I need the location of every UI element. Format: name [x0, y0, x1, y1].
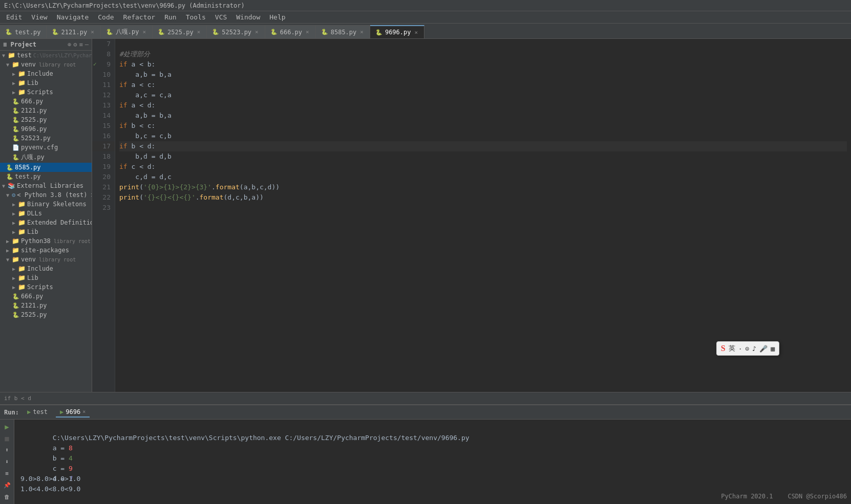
tree-item-ext-defs[interactable]: ▶ 📁 Extended Definitions	[0, 218, 92, 227]
code-line-17: if b < d:	[119, 141, 847, 151]
menu-edit[interactable]: Edit	[2, 12, 26, 22]
expand-arrow: ▶	[12, 266, 15, 272]
menu-vcs[interactable]: VCS	[211, 12, 231, 22]
run-stop-button[interactable]: ■	[2, 433, 13, 443]
var-token: b,a	[155, 111, 171, 121]
file-icon: 🐍	[12, 312, 19, 318]
tree-item-8585[interactable]: 🐍 8585.py	[0, 163, 92, 172]
expand-arrow: ▶	[12, 284, 15, 290]
tab-test-py[interactable]: 🐍 test.py	[0, 25, 47, 38]
tab-666-py[interactable]: 🐍 666.py ×	[265, 25, 316, 38]
run-wrap-button[interactable]: ≡	[2, 469, 13, 478]
tree-item-test-py[interactable]: 🐍 test.py	[0, 172, 92, 181]
run-content: ▶ ■ ⬆ ⬇ ≡ 📌 🗑 C:\Users\LZY\PycharmProjec…	[0, 420, 851, 504]
tab-close[interactable]: ×	[359, 29, 365, 35]
tree-item-666-bot[interactable]: 🐍 666.py	[0, 292, 92, 301]
tab-close[interactable]: ×	[90, 29, 95, 35]
run-scroll-top-button[interactable]: ⬆	[2, 445, 13, 455]
tab-close[interactable]: ×	[141, 29, 147, 35]
tree-item-scripts-bot[interactable]: ▶ 📁 Scripts	[0, 282, 92, 292]
punct-token: (	[139, 192, 143, 203]
tree-item-2121-bot[interactable]: 🐍 2121.py	[0, 301, 92, 310]
ime-circle[interactable]: ⊙	[746, 345, 750, 353]
run-tab-close[interactable]: ×	[82, 409, 86, 414]
tree-item-52523-top[interactable]: 🐍 52523.py	[0, 134, 92, 143]
tree-item-ext-libs[interactable]: ▼ 📚 External Libraries	[0, 181, 92, 190]
var-token: c,b	[155, 131, 171, 141]
tree-item-2121-top[interactable]: 🐍 2121.py	[0, 106, 92, 115]
code-area[interactable]: #处理部分 if a < b: a,b = b,a if a < c: a,c …	[115, 39, 851, 392]
tree-item-python38-test[interactable]: ▼ ⚙ < Python 3.8 (test) > C:\U	[0, 190, 92, 200]
ime-toolbar[interactable]: S 英 · ⊙ ♪ 🎤 ▦	[716, 341, 779, 356]
menu-refactor[interactable]: Refactor	[119, 12, 160, 22]
tree-item-baga[interactable]: 🐍 八嘎.py	[0, 152, 92, 163]
tree-item-scripts-top[interactable]: ▶ 📁 Scripts	[0, 87, 92, 97]
tree-item-test[interactable]: ▼ 📁 test C:\Users\LZY\PycharmP	[0, 51, 92, 60]
tab-2525-py[interactable]: 🐍 2525.py ×	[153, 25, 207, 38]
tree-item-include-bot[interactable]: ▶ 📁 Include	[0, 264, 92, 273]
tab-9696-py[interactable]: 🐍 9696.py ×	[370, 25, 424, 38]
code-line-12: a,c = c,a	[119, 90, 847, 100]
tree-item-lib-top[interactable]: ▶ 📁 Lib	[0, 78, 92, 87]
run-tab-test[interactable]: ▶ test	[23, 407, 52, 418]
menu-navigate[interactable]: Navigate	[53, 12, 93, 22]
tab-close[interactable]: ×	[254, 29, 260, 35]
tree-item-dlls[interactable]: ▶ 📁 DLLs	[0, 209, 92, 218]
gear-icon[interactable]: ⚙	[73, 41, 77, 48]
cfg-icon: 📄	[12, 144, 19, 151]
output-path: C:\Users\LZY\PycharmProjects\test\venv\S…	[53, 434, 470, 442]
tab-8585-py[interactable]: 🐍 8585.py ×	[316, 25, 370, 38]
ime-lang[interactable]: 英	[729, 344, 735, 353]
tab-close[interactable]: ×	[196, 29, 202, 35]
tab-52523-py[interactable]: 🐍 52523.py ×	[207, 25, 265, 38]
code-line-19: if c < d:	[119, 162, 847, 172]
ime-music[interactable]: ♪	[752, 345, 756, 353]
sync-icon[interactable]: ⊕	[68, 41, 71, 48]
menu-tools[interactable]: Tools	[182, 12, 210, 22]
expand-arrow: ▶	[12, 202, 15, 207]
tree-item-2525-bot[interactable]: 🐍 2525.py	[0, 310, 92, 319]
run-panel: Run: ▶ test ▶ 9696 × ▶ ■ ⬆ ⬇ ≡ 📌 🗑 C:\Us…	[0, 404, 851, 504]
tree-item-lib-bot[interactable]: ▶ 📁 Lib	[0, 273, 92, 282]
run-pin-button[interactable]: 📌	[2, 480, 13, 490]
file-icon: 🐍	[12, 107, 19, 114]
editor[interactable]: 7 8 ✓9 10 11 12 13 14 15 16 17 18 19 20 …	[92, 39, 851, 392]
tab-close[interactable]: ×	[305, 29, 310, 35]
run-tab-9696[interactable]: ▶ 9696 ×	[56, 407, 90, 418]
python-icon: 🐍	[321, 29, 328, 35]
tree-item-lib-py[interactable]: ▶ 📁 Lib	[0, 227, 92, 236]
ime-mic[interactable]: 🎤	[759, 345, 768, 353]
run-play-button[interactable]: ▶	[2, 422, 13, 431]
tree-item-2525-top[interactable]: 🐍 2525.py	[0, 115, 92, 124]
menu-run[interactable]: Run	[160, 12, 180, 22]
menu-window[interactable]: Window	[232, 12, 264, 22]
tree-item-binary-skel[interactable]: ▶ 📁 Binary Skeletons	[0, 200, 92, 209]
minimize-icon[interactable]: —	[85, 41, 89, 48]
folder-icon: 📁	[18, 70, 26, 77]
tree-item-venv-top[interactable]: ▼ 📁 venv library root	[0, 60, 92, 69]
tree-item-pyvenv[interactable]: 📄 pyvenv.cfg	[0, 143, 92, 152]
run-clear-button[interactable]: 🗑	[2, 492, 13, 502]
tree-item-venv-bot[interactable]: ▼ 📁 venv library root	[0, 255, 92, 264]
tab-close[interactable]: ×	[413, 29, 419, 36]
tree-item-9696-top[interactable]: 🐍 9696.py	[0, 124, 92, 134]
tab-label: 八嘎.py	[116, 28, 139, 36]
tree-item-site-packages[interactable]: ▶ 📁 site-packages	[0, 246, 92, 255]
func-token: format	[200, 192, 224, 203]
run-scroll-bot-button[interactable]: ⬇	[2, 457, 13, 467]
ime-grid[interactable]: ▦	[771, 345, 775, 353]
line-num-9: ✓9	[92, 59, 115, 70]
tree-item-include-top[interactable]: ▶ 📁 Include	[0, 69, 92, 78]
tree-item-python38-lib[interactable]: ▶ 📁 Python38 library root	[0, 236, 92, 246]
menu-view[interactable]: View	[27, 12, 51, 22]
menu-code[interactable]: Code	[94, 12, 118, 22]
line-num-19: 19	[92, 162, 115, 172]
tree-item-666-top[interactable]: 🐍 666.py	[0, 97, 92, 106]
tab-2121-py[interactable]: 🐍 2121.py ×	[47, 25, 101, 38]
folder-icon: 📁	[18, 274, 26, 281]
menu-help[interactable]: Help	[265, 12, 289, 22]
settings-icon[interactable]: ≡	[79, 41, 83, 48]
line-num-10: 10	[92, 70, 115, 80]
tab-baga-py[interactable]: 🐍 八嘎.py ×	[101, 25, 153, 38]
tree-label: test	[17, 52, 32, 59]
